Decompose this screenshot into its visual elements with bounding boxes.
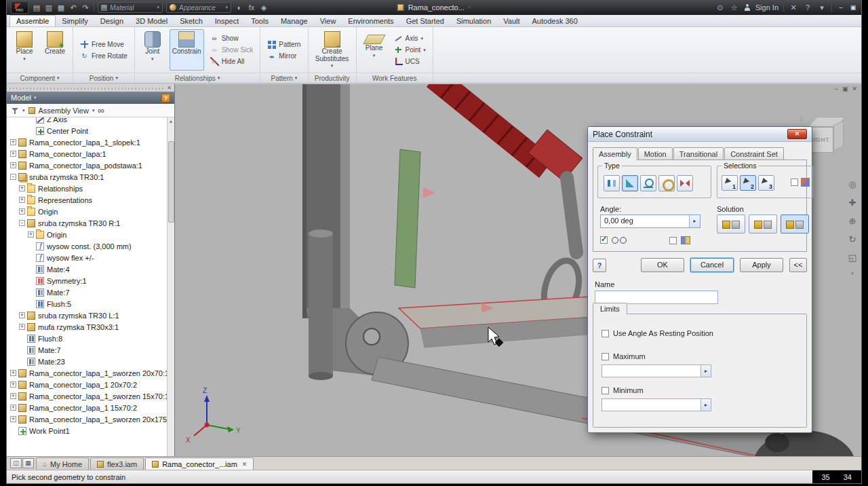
pan-icon[interactable]: ✚ <box>849 198 856 208</box>
tree-item-rama-conector-lapa-podstawa-1[interactable]: +Rama_conector_lapa_podstawa:1 <box>7 160 174 171</box>
constraint-type-symmetry-button[interactable] <box>677 175 693 191</box>
tree-item-flush-5[interactable]: +Flush:5 <box>7 298 174 310</box>
maximum-flyout-icon[interactable]: ▸ <box>701 365 711 377</box>
browser-close-icon[interactable]: ✕ <box>167 85 172 91</box>
chevron-down-icon[interactable]: ▾ <box>469 5 471 10</box>
ucs-button[interactable]: UCS <box>391 56 429 67</box>
browser-drag-grip[interactable] <box>9 88 163 90</box>
tree-item-rama-conector-lapa-1-20x70-2[interactable]: +Rama_conector_lapa_1 20x70:2 <box>7 379 174 390</box>
filter-icon[interactable] <box>11 107 19 115</box>
show-button[interactable]: Show <box>208 33 256 44</box>
document-tab-rama-conector-iam[interactable]: Rama_conector_...iam✕ <box>145 457 254 470</box>
appearance-combo[interactable]: Appearance ▾ <box>166 2 231 13</box>
sign-in-link[interactable]: Sign In <box>755 3 778 12</box>
redo-icon[interactable]: ↷ <box>81 1 90 14</box>
cancel-button[interactable]: Cancel <box>690 258 734 272</box>
tree-expand-toggle[interactable]: - <box>10 174 16 180</box>
document-tab-flex3-iam[interactable]: flex3.iam <box>90 457 144 470</box>
selection-2-button[interactable]: 2 <box>740 175 756 191</box>
help-icon[interactable]: ? <box>803 1 812 14</box>
ribbon-tab-tools[interactable]: Tools <box>245 16 275 26</box>
tree-item-mate-23[interactable]: +Mate:23 <box>7 356 174 367</box>
tree-expand-toggle[interactable]: + <box>10 405 16 411</box>
scrollbar-thumb[interactable] <box>168 141 174 223</box>
orbit-icon[interactable]: ↻ <box>849 234 856 244</box>
browser-help-badge[interactable]: ? <box>161 94 170 102</box>
tree-item-rama-conector-lapa-1-sworzen-20x70-1[interactable]: +Rama_conector_lapa_1_sworzen 20x70:1 <box>7 367 174 379</box>
dialog-tab-transitional[interactable]: Transitional <box>673 147 724 160</box>
minimum-input[interactable]: ▸ <box>601 398 711 411</box>
panel-footer-pattern[interactable]: Pattern▾ <box>260 73 307 83</box>
apply-button[interactable]: Apply <box>740 258 783 272</box>
constraint-type-tangent-button[interactable] <box>640 175 656 191</box>
tree-expand-toggle[interactable]: + <box>19 185 25 191</box>
chevron-down-icon[interactable]: ▾ <box>34 95 37 100</box>
parameters-fx-icon[interactable]: fx <box>247 1 256 14</box>
open-file-icon[interactable]: ▥ <box>44 1 54 14</box>
new-file-icon[interactable]: ▤ <box>32 1 41 14</box>
dialog-tab-constraint-set[interactable]: Constraint Set <box>724 147 784 160</box>
ribbon-tab-environments[interactable]: Environments <box>342 16 399 26</box>
navbar-more-icon[interactable]: ▾ <box>851 271 854 276</box>
zoom-icon[interactable]: ⊕ <box>849 216 856 226</box>
dialog-help-button[interactable]: ? <box>593 259 606 272</box>
mirror-button[interactable]: Mirror <box>264 50 303 61</box>
tree-item-sruba-rzymska-tr30-1[interactable]: -sruba rzymska TR30:1 <box>7 171 174 183</box>
tree-item-rama-conector-lapa-1[interactable]: +Rama_conector_lapa:1 <box>7 148 174 160</box>
tree-item-rama-conector-lapa-1-15x70-2[interactable]: +Rama_conector_lapa_1 15x70:2 <box>7 402 174 413</box>
tree-expand-toggle[interactable]: + <box>28 231 34 238</box>
show-sick-button[interactable]: Show Sick <box>208 45 256 56</box>
restore-window-icon[interactable]: ▣ <box>849 4 857 11</box>
ribbon-tab-simulation[interactable]: Simulation <box>450 16 497 26</box>
tree-expand-toggle[interactable]: + <box>10 393 16 399</box>
ribbon-tab-assemble[interactable]: Assemble <box>9 15 56 26</box>
tree-item-work-point1[interactable]: +Work Point1 <box>7 425 174 436</box>
scroll-up-icon[interactable]: ▲ <box>169 117 174 125</box>
viewcube-side-face[interactable] <box>833 121 844 151</box>
find-binoculars-icon[interactable]: ∞ <box>98 107 104 115</box>
tree-item-sruba-rzymska-tr30-r-1[interactable]: -sruba rzymska TR30 R:1 <box>7 217 174 229</box>
angle-combo[interactable]: 0,00 deg ▸ <box>600 214 701 228</box>
maximum-checkbox[interactable] <box>601 353 609 360</box>
tree-item-flush-8[interactable]: +Flush:8 <box>7 333 174 344</box>
tree-item-mate-7[interactable]: +Mate:7 <box>7 344 174 356</box>
ribbon-tab-inspect[interactable]: Inspect <box>209 16 245 26</box>
joint-button[interactable]: Joint▾ <box>139 29 166 71</box>
tree-item-mufa-rzymska-tr30x3-1[interactable]: +mufa rzymska TR30x3:1 <box>7 321 174 333</box>
tree-item-mate-4[interactable]: +Mate:4 <box>7 263 174 275</box>
doc-close-icon[interactable]: ✕ <box>852 86 857 92</box>
tree-item-rama-conector-lapa-1-sworzen-15x70-1[interactable]: +Rama_conector_lapa_1_sworzen 15x70:1 <box>7 390 174 402</box>
favorites-star-icon[interactable]: ☆ <box>730 1 739 14</box>
ok-button[interactable]: OK <box>641 258 684 272</box>
tree-expand-toggle[interactable]: + <box>10 162 16 168</box>
panel-footer-relationships[interactable]: Relationships▾ <box>135 73 260 83</box>
resting-position-checkbox[interactable] <box>601 330 609 337</box>
free-rotate-button[interactable]: Free Rotate <box>77 50 130 61</box>
ribbon-tab-autodesk-360[interactable]: Autodesk 360 <box>526 16 584 26</box>
material-combo[interactable]: Material ▾ <box>98 2 163 13</box>
tree-item-sruba-rzymska-tr30-l-1[interactable]: +sruba rzymska TR30 L:1 <box>7 310 174 321</box>
adjust-icon[interactable]: ◐ <box>235 1 244 14</box>
place-button[interactable]: Place▾ <box>11 29 38 71</box>
show-preview-checkbox[interactable] <box>600 236 608 244</box>
pick-part-first-checkbox[interactable] <box>791 179 798 186</box>
tree-item-relationships[interactable]: +Relationships <box>7 183 174 194</box>
minimum-checkbox[interactable] <box>601 387 609 394</box>
ribbon-tab-3d-model[interactable]: 3D Model <box>130 16 174 26</box>
selection-1-button[interactable]: 1 <box>722 175 738 191</box>
ribbon-tab-simplify[interactable]: Simplify <box>56 16 94 26</box>
tree-item-center-point[interactable]: +Center Point <box>7 125 174 136</box>
search-icon[interactable]: ⊙ <box>715 1 725 14</box>
hide-all-button[interactable]: Hide All <box>208 56 256 67</box>
panel-footer-component[interactable]: Component▾ <box>7 73 73 83</box>
tree-expand-toggle[interactable]: + <box>19 208 25 214</box>
create-button[interactable]: Create <box>41 29 68 71</box>
tree-item-rama-conector-lapa-1-sworzen-20x175-1[interactable]: +Rama_conector_lapa_1_sworzen 20x175:1 <box>7 413 174 425</box>
solution-undirected-button[interactable] <box>749 214 777 233</box>
minimum-flyout-icon[interactable]: ▸ <box>701 399 711 411</box>
tree-item-z-axis[interactable]: +Z Axis <box>7 117 174 125</box>
tree-item-wysow-flex[interactable]: +wysow flex +/- <box>7 252 174 263</box>
grid-windows-icon[interactable]: ▦ <box>22 458 34 468</box>
axis-button[interactable]: Axis▾ <box>391 33 429 44</box>
browser-scrollbar[interactable]: ▲ <box>167 117 174 456</box>
